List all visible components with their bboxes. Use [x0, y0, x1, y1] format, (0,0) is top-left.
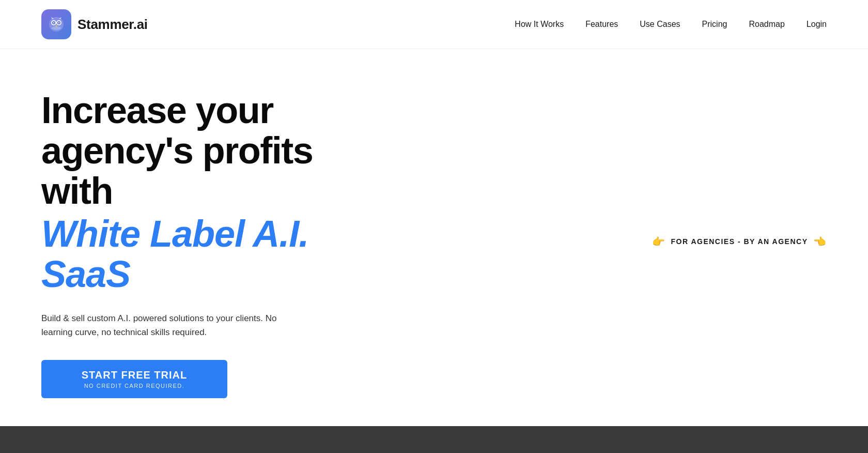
agency-badge: 👉 FOR AGENCIES - BY AN AGENCY 👈: [652, 235, 827, 248]
badge-text: FOR AGENCIES - BY AN AGENCY: [671, 237, 808, 246]
nav-roadmap[interactable]: Roadmap: [749, 20, 784, 29]
nav-login[interactable]: Login: [807, 20, 827, 29]
hero-heading-line1: Increase your: [41, 89, 273, 131]
badge-emoji-left: 👉: [652, 235, 666, 248]
cta-sub-label: NO CREDIT CARD REQUIRED.: [84, 383, 185, 389]
hero-content: Increase your agency's profits with Whit…: [41, 90, 393, 398]
badge-emoji-right: 👈: [813, 235, 827, 248]
footer-bar: [0, 426, 868, 453]
logo-icon: [41, 9, 71, 39]
nav-how-it-works[interactable]: How It Works: [515, 20, 564, 29]
svg-point-6: [58, 22, 59, 23]
logo-text: Stammer.ai: [78, 17, 148, 33]
hero-heading-blue: White Label A.I. SaaS: [41, 214, 393, 295]
cta-start-trial-button[interactable]: START FREE TRIAL NO CREDIT CARD REQUIRED…: [41, 360, 227, 398]
agency-badge-area: 👉 FOR AGENCIES - BY AN AGENCY 👈: [652, 235, 827, 248]
hero-section: Increase your agency's profits with Whit…: [0, 49, 868, 426]
nav-use-cases[interactable]: Use Cases: [640, 20, 680, 29]
hero-heading: Increase your agency's profits with: [41, 90, 393, 211]
logo[interactable]: Stammer.ai: [41, 9, 148, 39]
nav-pricing[interactable]: Pricing: [702, 20, 727, 29]
main-nav: How It Works Features Use Cases Pricing …: [515, 20, 827, 29]
nav-features[interactable]: Features: [585, 20, 618, 29]
hero-subtext: Build & sell custom A.I. powered solutio…: [41, 311, 289, 339]
svg-point-5: [53, 22, 54, 23]
hero-heading-line2: agency's profits with: [41, 130, 313, 212]
cta-main-label: START FREE TRIAL: [82, 369, 188, 381]
